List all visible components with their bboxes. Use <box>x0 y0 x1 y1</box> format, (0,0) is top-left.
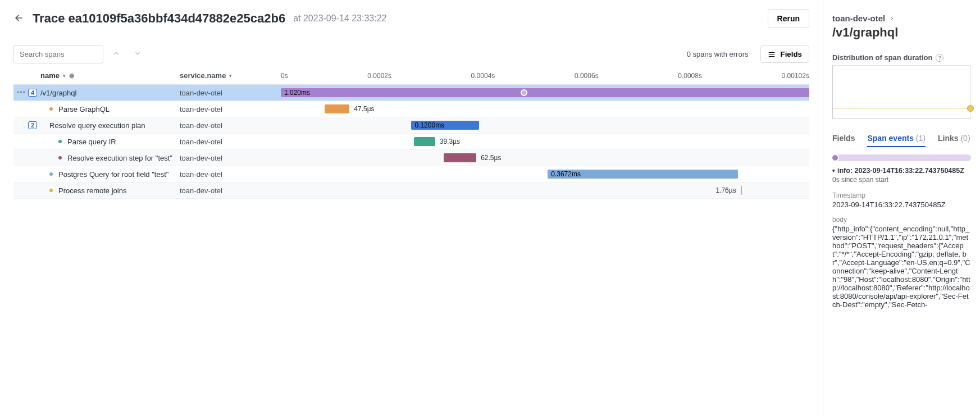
col-service[interactable]: service.name ▾ <box>180 71 281 80</box>
tick-label: 0.00102s <box>782 72 809 80</box>
col-service-label: service.name <box>180 71 226 80</box>
span-duration-label: 1.020ms <box>281 89 313 97</box>
span-row[interactable]: Process remote joinstoan-dev-otel1.76µs <box>13 183 809 199</box>
tick-label: 0s <box>281 72 288 80</box>
event-marker[interactable] <box>831 154 839 162</box>
child-count-badge[interactable]: 4 <box>28 89 37 97</box>
detail-panel: toan-dev-otel /v1/graphql Distribution o… <box>823 0 980 415</box>
help-icon[interactable]: ? <box>936 54 943 62</box>
span-service: toan-dev-otel <box>180 121 281 130</box>
span-color-dot <box>58 140 62 143</box>
tick-label: 0.0006s <box>575 72 599 80</box>
span-row[interactable]: Parse GraphQLtoan-dev-otel47.5µs <box>13 101 809 117</box>
trace-header: Trace ea10109f5a36bbf434d47882e25ca2b6 a… <box>13 9 809 28</box>
fields-button[interactable]: Fields <box>760 45 809 63</box>
back-arrow-icon[interactable] <box>13 12 25 25</box>
ts-value: 2023-09-14T16:33:22.743750485Z <box>832 200 971 209</box>
span-rows: •••4/v1/graphqltoan-dev-otel1.020msParse… <box>13 85 809 199</box>
span-row[interactable]: Parse query IRtoan-dev-otel39.3µs <box>13 134 809 150</box>
span-bar-area[interactable]: 47.5µs <box>281 101 809 117</box>
column-headers: name ▾ ◉ service.name ▾ 0s0.0002s0.0004s… <box>13 68 809 85</box>
span-duration-label: 0.1200ms <box>411 121 448 129</box>
span-service: toan-dev-otel <box>180 105 281 113</box>
list-icon <box>768 51 776 58</box>
chart-point <box>967 105 974 112</box>
span-bar-area[interactable]: 1.020ms <box>281 85 809 101</box>
span-service: toan-dev-otel <box>180 170 281 179</box>
span-name: Parse GraphQL <box>40 105 180 113</box>
detail-tabs: Fields Span events (1) Links (0) <box>832 130 971 148</box>
span-duration-label: 1.76µs <box>715 186 740 194</box>
span-row[interactable]: Resolve execution step for "test"toan-de… <box>13 150 809 166</box>
span-duration-label: 62.5µs <box>476 154 501 162</box>
trace-title: Trace ea10109f5a36bbf434d47882e25ca2b6 <box>33 11 285 26</box>
trace-timestamp: at 2023-09-14 23:33:22 <box>293 13 386 24</box>
span-name: Postgres Query for root field "test" <box>40 170 180 179</box>
span-bar[interactable] <box>741 186 742 195</box>
span-color-dot <box>49 172 53 176</box>
rerun-button[interactable]: Rerun <box>768 9 809 28</box>
chevron-right-icon <box>888 15 895 22</box>
fields-button-label: Fields <box>780 50 802 58</box>
sort-icon: ◉ <box>69 72 75 79</box>
duration-chart[interactable] <box>832 65 971 119</box>
event-marker-icon <box>521 89 527 96</box>
span-name: /v1/graphql <box>40 89 180 97</box>
chevron-down-icon: ▾ <box>63 73 66 79</box>
span-bar-area[interactable]: 39.3µs <box>281 134 809 149</box>
child-count-badge[interactable]: 2 <box>28 121 37 129</box>
breadcrumb[interactable]: toan-dev-otel <box>832 13 971 23</box>
col-name[interactable]: name ▾ ◉ <box>40 71 180 80</box>
span-bar[interactable]: 0.3672ms <box>548 170 738 179</box>
search-input[interactable] <box>13 45 103 63</box>
span-service: toan-dev-otel <box>180 186 281 195</box>
span-bar-area[interactable]: 0.3672ms <box>281 166 809 182</box>
span-row[interactable]: 2Resolve query execution plantoan-dev-ot… <box>13 117 809 134</box>
next-match-button[interactable] <box>129 46 146 62</box>
span-bar-area[interactable]: 0.1200ms <box>281 117 809 133</box>
span-name: Process remote joins <box>40 186 180 195</box>
span-duration-label: 0.3672ms <box>548 170 584 178</box>
tick-label: 0.0008s <box>678 72 702 80</box>
span-duration-label: 47.5µs <box>349 105 374 113</box>
span-bar[interactable] <box>325 104 349 113</box>
span-bar[interactable] <box>414 137 435 146</box>
span-name: Parse query IR <box>40 138 180 146</box>
span-duration-label: 39.3µs <box>435 138 460 145</box>
span-service: toan-dev-otel <box>180 138 281 146</box>
time-axis: 0s0.0002s0.0004s0.0006s0.0008s0.00102s <box>281 72 809 80</box>
event-title[interactable]: ▾ info: 2023-09-14T16:33:22.743750485Z <box>832 167 971 175</box>
span-row[interactable]: •••4/v1/graphqltoan-dev-otel1.020ms <box>13 85 809 101</box>
body-label: body <box>832 216 971 224</box>
tab-span-events[interactable]: Span events (1) <box>867 130 926 147</box>
span-name: Resolve execution step for "test" <box>40 154 180 162</box>
span-bar[interactable]: 1.020ms <box>281 88 809 97</box>
tab-links[interactable]: Links (0) <box>938 130 970 147</box>
span-row[interactable]: Postgres Query for root field "test"toan… <box>13 166 809 183</box>
col-name-label: name <box>40 71 60 80</box>
breadcrumb-label: toan-dev-otel <box>832 13 885 23</box>
span-name: Resolve query execution plan <box>40 121 180 130</box>
span-bar[interactable] <box>444 153 476 162</box>
toolbar: 0 spans with errors Fields <box>13 45 809 63</box>
tick-label: 0.0004s <box>471 72 495 80</box>
trace-main: Trace ea10109f5a36bbf434d47882e25ca2b6 a… <box>0 0 823 415</box>
span-bar[interactable]: 0.1200ms <box>411 121 478 130</box>
span-bar-area[interactable]: 1.76µs <box>281 183 809 198</box>
event-timeline[interactable] <box>832 154 971 161</box>
event-subtitle: 0s since span start <box>832 176 971 184</box>
error-count: 0 spans with errors <box>687 50 749 58</box>
tab-fields[interactable]: Fields <box>832 130 855 147</box>
prev-match-button[interactable] <box>108 46 125 62</box>
dist-heading: Distribution of span duration ? <box>832 53 971 62</box>
chevron-down-icon: ▾ <box>229 73 232 79</box>
caret-down-icon: ▾ <box>832 168 835 174</box>
span-service: toan-dev-otel <box>180 154 281 162</box>
tick-label: 0.0002s <box>367 72 391 80</box>
span-bar-area[interactable]: 62.5µs <box>281 150 809 166</box>
span-color-dot <box>49 189 53 192</box>
span-color-dot <box>49 107 53 111</box>
span-service: toan-dev-otel <box>180 89 281 97</box>
span-color-dot <box>58 156 62 159</box>
row-menu-icon[interactable]: ••• <box>17 89 26 97</box>
